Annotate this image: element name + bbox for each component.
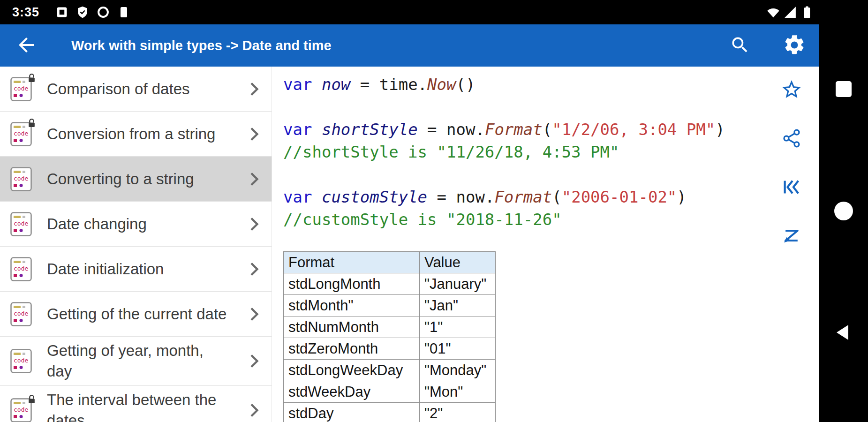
table-cell: "01" [420, 338, 496, 360]
sidebar-item[interactable]: codeConverting to a string [0, 157, 272, 202]
sidebar-item-label: The interval between the dates [47, 390, 227, 422]
code-line: //customStyle is "2018-11-26" [283, 208, 819, 231]
table-cell: stdLongMonth [284, 273, 420, 295]
table-cell: "1" [420, 316, 496, 338]
lesson-code-icon: code [10, 122, 32, 146]
sidebar-item[interactable]: codeThe interval between the dates [0, 386, 272, 422]
back-arrow-icon [15, 34, 38, 58]
table-cell: stdDay [284, 403, 420, 422]
home-button[interactable] [830, 201, 858, 221]
shield-icon [76, 6, 89, 19]
svg-text:code: code [14, 357, 28, 364]
table-cell: "January" [420, 273, 496, 295]
home-circle-icon [834, 202, 853, 220]
android-nav-bar [819, 0, 868, 422]
code-line [283, 96, 819, 118]
app-icon [117, 6, 130, 19]
app-bar: Work with simple types -> Date and time [0, 24, 819, 67]
lesson-code-icon: code [10, 212, 32, 236]
lesson-code-icon: code [10, 77, 32, 101]
table-cell: "Jan" [420, 295, 496, 316]
table-row: stdLongMonth"January" [284, 273, 496, 295]
sidebar[interactable]: codeComparison of datescodeConversion fr… [0, 67, 272, 422]
favorite-button[interactable] [780, 79, 803, 101]
table-row: stdDay"2" [284, 403, 496, 422]
status-bar: 3:35 [0, 0, 819, 24]
nav-back-button[interactable] [830, 323, 858, 343]
wifi-icon [766, 5, 780, 19]
app-area: 3:35 Work with simple types -> Date and … [0, 0, 819, 422]
search-button[interactable] [728, 33, 752, 58]
lesson-code-icon: code [10, 302, 32, 326]
settings-button[interactable] [782, 33, 807, 58]
recents-button[interactable] [830, 79, 858, 99]
chevron-right-icon [244, 170, 263, 188]
svg-text:code: code [14, 85, 28, 92]
status-time: 3:35 [12, 5, 39, 20]
share-button[interactable] [780, 128, 803, 150]
sidebar-item[interactable]: codeGetting of year, month, day [0, 337, 272, 386]
sidebar-item-label: Date changing [47, 214, 227, 234]
table-row: stdMonth""Jan" [284, 295, 496, 316]
code-line: var shortStyle = now.Format("1/2/06, 3:0… [283, 118, 819, 141]
chevron-right-icon [244, 80, 263, 98]
sidebar-item-label: Getting of the current date [47, 304, 227, 324]
back-triangle-icon [833, 322, 854, 344]
code-line: var now = time.Now() [283, 73, 819, 96]
appbar-back-button[interactable] [14, 33, 38, 58]
svg-text:code: code [14, 406, 28, 413]
table-cell: stdLongWeekDay [284, 360, 420, 381]
sidebar-item-label: Comparison of dates [47, 79, 227, 99]
page-title: Work with simple types -> Date and time [71, 38, 728, 53]
code-line: var customStyle = now.Format("2006-01-02… [283, 186, 819, 208]
table-cell: stdMonth" [284, 295, 420, 316]
lesson-code-icon: code [10, 167, 32, 191]
table-cell: stdWeekDay [284, 381, 420, 403]
chevron-right-icon [244, 125, 263, 143]
cellular-signal-icon [783, 5, 797, 19]
svg-text:code: code [14, 265, 28, 272]
lock-icon [28, 74, 36, 83]
recents-square-icon [836, 81, 852, 97]
content-area[interactable]: var now = time.Now() var shortStyle = no… [272, 67, 819, 422]
chevron-right-icon [244, 401, 263, 420]
lesson-code-icon: code [10, 398, 32, 422]
lesson-code-icon: code [10, 257, 32, 281]
status-notification-icons [55, 6, 130, 19]
search-icon [730, 35, 750, 57]
jump-to-end-button[interactable] [780, 225, 803, 248]
table-header-row: FormatValue [284, 252, 496, 273]
skip-to-start-button[interactable] [780, 176, 803, 199]
skip-to-start-icon [781, 176, 802, 199]
table-row: stdZeroMonth"01" [284, 338, 496, 360]
table-cell: stdNumMonth [284, 316, 420, 338]
table-header-cell: Value [420, 252, 496, 273]
sidebar-item-label: Converting to a string [47, 169, 227, 189]
code-block: var now = time.Now() var shortStyle = no… [283, 73, 819, 231]
favorite-star-icon [780, 78, 803, 102]
table-header-cell: Format [284, 252, 420, 273]
screenshot-icon [55, 6, 68, 19]
table-row: stdWeekDay"Mon" [284, 381, 496, 403]
jump-to-end-icon [781, 226, 802, 248]
appbar-actions [728, 33, 807, 58]
svg-text:code: code [14, 175, 28, 182]
table-cell: "2" [420, 403, 496, 422]
svg-text:code: code [14, 310, 28, 317]
content-action-icons [780, 79, 803, 248]
table-cell: "Mon" [420, 381, 496, 403]
body: codeComparison of datescodeConversion fr… [0, 67, 819, 422]
sidebar-item-label: Date initialization [47, 259, 227, 279]
sidebar-item[interactable]: codeGetting of the current date [0, 292, 272, 337]
table-row: stdNumMonth"1" [284, 316, 496, 338]
sidebar-item[interactable]: codeComparison of dates [0, 67, 272, 112]
table-row: stdLongWeekDay"Monday" [284, 360, 496, 381]
sidebar-item-label: Conversion from a string [47, 124, 227, 144]
table-cell: "Monday" [420, 360, 496, 381]
sidebar-item[interactable]: codeConversion from a string [0, 112, 272, 157]
sidebar-item[interactable]: codeDate changing [0, 202, 272, 247]
chevron-right-icon [244, 260, 263, 279]
sidebar-item[interactable]: codeDate initialization [0, 247, 272, 292]
lock-icon [28, 119, 36, 128]
table-cell: stdZeroMonth [284, 338, 420, 360]
